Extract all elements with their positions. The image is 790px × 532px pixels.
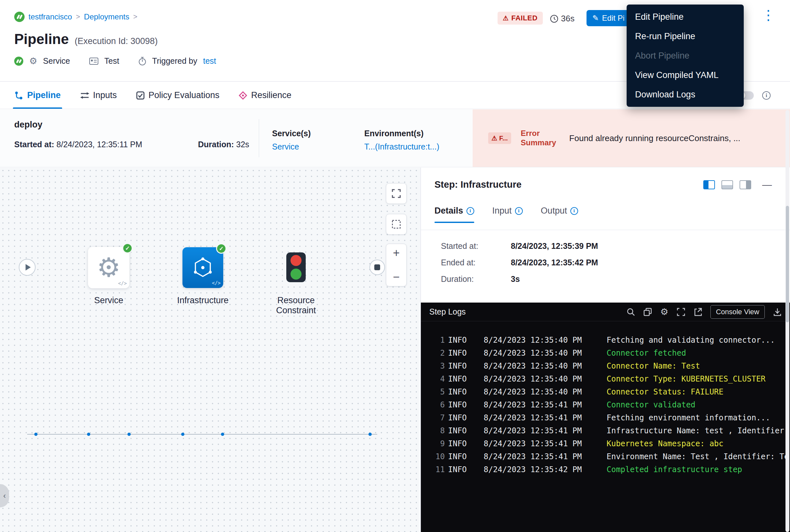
layout-right-icon[interactable] xyxy=(739,180,751,189)
stage-duration: Duration: 32s xyxy=(198,140,249,149)
tab-input[interactable]: Inputi xyxy=(493,206,523,223)
log-timestamp: 8/24/2023 12:35:41 PM xyxy=(484,439,606,448)
log-line: 11 INFO 8/24/2023 12:35:42 PM Completed … xyxy=(421,463,790,476)
services-column: Service(s) Service xyxy=(272,129,311,151)
log-level: INFO xyxy=(448,387,484,396)
info-icon[interactable]: i xyxy=(515,207,523,215)
info-icon[interactable]: i xyxy=(466,207,474,215)
log-message: Connector validated xyxy=(606,400,790,410)
clock-icon xyxy=(550,15,558,23)
log-message: Connector Name: Test xyxy=(606,361,790,370)
step-logs-title: Step Logs xyxy=(429,307,466,317)
tab-output[interactable]: Outputi xyxy=(541,206,578,223)
policy-check-icon xyxy=(136,91,144,100)
tab-resilience[interactable]: Resilience xyxy=(239,82,291,109)
service-step-node[interactable]: ⚙ </> ✓ xyxy=(88,247,129,288)
zoom-controls: + − xyxy=(386,244,407,286)
stop-icon xyxy=(374,264,380,270)
expand-logs-icon[interactable] xyxy=(677,308,685,316)
tab-details[interactable]: Detailsi xyxy=(435,206,474,223)
log-level: INFO xyxy=(448,348,484,358)
info-icon[interactable]: i xyxy=(570,207,578,215)
console-view-button[interactable]: Console View xyxy=(710,305,765,319)
collapse-panel-handle[interactable]: ‹ xyxy=(0,484,9,508)
pencil-icon: ✎ xyxy=(592,14,599,23)
log-line-number: 11 xyxy=(430,465,448,474)
log-line: 1 INFO 8/24/2023 12:35:40 PM Fetching an… xyxy=(421,334,790,346)
connector-dot xyxy=(87,433,90,436)
layout-split-icon[interactable] xyxy=(703,180,715,189)
log-line: 6 INFO 8/24/2023 12:35:41 PM Connector v… xyxy=(421,398,790,411)
connector-dot xyxy=(181,433,185,436)
scrollbar-thumb[interactable] xyxy=(786,206,789,322)
log-line-number: 8 xyxy=(430,426,448,435)
triggered-by-user-link[interactable]: test xyxy=(203,56,216,66)
service-node-label: Service xyxy=(73,296,144,305)
log-line: 9 INFO 8/24/2023 12:35:41 PM Kubernetes … xyxy=(421,437,790,450)
log-level: INFO xyxy=(448,426,484,435)
layout-bottom-icon[interactable] xyxy=(721,180,733,189)
search-icon[interactable] xyxy=(627,308,635,316)
zoom-out-button[interactable]: − xyxy=(393,271,400,283)
minimize-panel-button[interactable]: — xyxy=(762,179,772,190)
tab-inputs[interactable]: Inputs xyxy=(80,82,117,109)
resource-constraint-node[interactable] xyxy=(286,252,306,282)
execution-duration: 36s xyxy=(550,14,575,24)
log-message: Environment Name: Test , Identifier: Te xyxy=(606,452,790,461)
vertical-scrollbar[interactable] xyxy=(786,110,789,532)
log-level: INFO xyxy=(448,361,484,370)
service-link[interactable]: Service xyxy=(272,142,311,151)
status-badge: ⚠ FAILED xyxy=(498,12,543,24)
breadcrumb-separator: > xyxy=(76,13,80,21)
log-message: Connector fetched xyxy=(606,348,790,358)
zoom-in-button[interactable]: + xyxy=(393,247,400,259)
inputs-icon xyxy=(80,92,89,99)
open-in-new-icon[interactable] xyxy=(694,308,702,316)
connector-dot xyxy=(221,433,224,436)
stage-name[interactable]: deploy xyxy=(14,120,42,130)
test-label[interactable]: Test xyxy=(104,56,119,66)
breadcrumb-project-link[interactable]: testfrancisco xyxy=(28,12,72,21)
triggered-by-label: Triggered by xyxy=(152,56,197,66)
error-summary-label: Error Summary xyxy=(521,129,560,148)
log-lines[interactable]: 1 INFO 8/24/2023 12:35:40 PM Fetching an… xyxy=(421,321,790,476)
start-node[interactable] xyxy=(19,259,36,276)
info-icon[interactable]: i xyxy=(762,91,771,100)
resource-constraint-node-label: Resource Constraint xyxy=(261,296,332,316)
service-name[interactable]: Service xyxy=(43,56,70,66)
tab-policy-evaluations[interactable]: Policy Evaluations xyxy=(136,82,219,109)
cd-module-icon xyxy=(14,57,23,66)
menu-item-rerun-pipeline[interactable]: Re-run Pipeline xyxy=(627,26,744,46)
log-timestamp: 8/24/2023 12:35:42 PM xyxy=(484,465,606,474)
menu-item-abort-pipeline: Abort Pipeline xyxy=(627,46,744,65)
menu-item-download-logs[interactable]: Download Logs xyxy=(627,85,744,104)
log-level: INFO xyxy=(448,439,484,448)
stage-started-at: Started at: 8/24/2023, 12:35:11 PM xyxy=(14,140,142,149)
log-timestamp: 8/24/2023 12:35:40 PM xyxy=(484,375,606,383)
copy-icon[interactable] xyxy=(643,308,652,316)
breadcrumb-deployments-link[interactable]: Deployments xyxy=(84,12,129,21)
marquee-select-button[interactable] xyxy=(386,214,407,234)
more-options-button[interactable]: ⋮ xyxy=(758,7,778,23)
log-timestamp: 8/24/2023 12:35:41 PM xyxy=(484,400,606,410)
environment-link[interactable]: T...(Infrastructure:t...) xyxy=(364,142,439,151)
pipeline-graph-canvas[interactable]: ⚙ </> ✓ Service </> ✓ Infrastructure Res… xyxy=(0,168,421,532)
play-icon xyxy=(25,264,31,270)
menu-item-view-compiled-yaml[interactable]: View Compiled YAML xyxy=(627,65,744,85)
fullscreen-canvas-button[interactable] xyxy=(386,183,407,204)
download-logs-icon[interactable] xyxy=(773,308,782,316)
infrastructure-step-node[interactable]: </> ✓ xyxy=(182,247,223,288)
tab-pipeline[interactable]: Pipeline xyxy=(14,82,61,109)
log-line-number: 10 xyxy=(430,452,448,461)
end-node[interactable] xyxy=(369,260,385,275)
gear-icon: ⚙ xyxy=(29,56,37,66)
error-summary-panel: ⚠F... Error Summary Found already runnin… xyxy=(473,109,790,167)
environments-column: Environment(s) T...(Infrastructure:t...) xyxy=(364,129,439,151)
log-message: Infrastructure Name: test , Identifier: xyxy=(606,426,790,435)
menu-item-edit-pipeline[interactable]: Edit Pipeline xyxy=(627,7,744,26)
resilience-icon xyxy=(239,91,247,100)
error-summary-text: Found already running resourceConstrains… xyxy=(570,133,740,144)
log-timestamp: 8/24/2023 12:35:41 PM xyxy=(484,452,606,461)
log-settings-icon[interactable]: ⚙ xyxy=(660,306,668,317)
step-panel-tabs: Detailsi Inputi Outputi xyxy=(435,206,578,223)
